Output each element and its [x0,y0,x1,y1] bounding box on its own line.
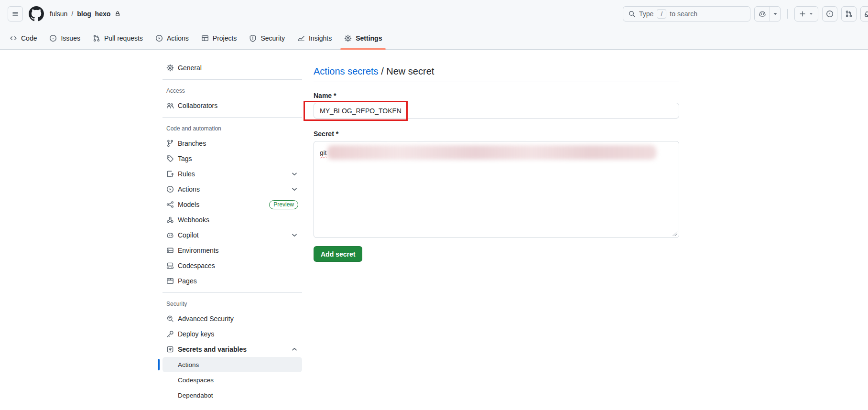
sidebar-item-label: Rules [178,170,195,178]
sidebar-item-tags[interactable]: Tags [163,151,302,166]
repo-tab-nav: Code Issues Pull requests Actions Projec… [0,27,868,50]
notifications-button[interactable] [860,6,868,22]
repo-owner-link[interactable]: fulsun [50,10,67,18]
sidebar-item-deploy-keys[interactable]: Deploy keys [163,326,302,342]
pull-request-icon [845,10,853,18]
sidebar-item-environments[interactable]: Environments [163,243,302,258]
sidebar-item-actions[interactable]: Actions [163,182,302,197]
pull-requests-dashboard-button[interactable] [841,6,857,22]
sidebar-item-webhooks[interactable]: Webhooks [163,212,302,227]
caret-down-icon [808,10,814,18]
tab-issues[interactable]: Issues [45,27,84,49]
projects-table-icon [201,34,209,42]
sidebar-item-label: Actions [178,361,199,368]
sidebar-section-title-security: Security [158,297,302,311]
copilot-button[interactable] [755,7,770,21]
required-asterisk: * [336,130,338,138]
heading-divider [314,82,679,82]
pull-request-icon [93,34,100,42]
copilot-icon [759,10,766,18]
search-icon [628,10,636,18]
sidebar-item-label: Webhooks [178,216,209,224]
issues-dashboard-button[interactable] [822,6,837,22]
sidebar-item-models[interactable]: Models Preview [163,197,302,212]
sidebar-item-collaborators[interactable]: Collaborators [163,98,302,113]
key-icon [166,330,174,338]
search-placeholder-prefix: Type [639,10,653,18]
secret-value-textarea[interactable]: git [314,141,679,238]
play-circle-icon [155,34,163,42]
gear-icon [166,64,174,72]
tab-code[interactable]: Code [6,27,41,49]
sidebar-divider [163,292,302,293]
sidebar-section-title-code-automation: Code and automation [158,121,302,136]
sidebar-item-branches[interactable]: Branches [163,136,302,151]
hamburger-menu-button[interactable] [8,6,23,22]
chevron-down-icon [291,231,298,239]
slash-key-hint: / [657,9,666,19]
sidebar-item-label: Models [178,201,199,208]
github-logo-icon[interactable] [29,6,44,22]
tab-insights[interactable]: Insights [293,27,336,49]
settings-layout: General Access Collaborators Code and au… [0,50,868,403]
sidebar-divider [163,79,302,80]
webhook-icon [166,216,174,224]
header-divider [787,9,788,19]
create-new-button[interactable] [794,6,818,22]
main-content: Actions secrets / New secret Name * Secr… [314,60,679,262]
search-input[interactable]: Type / to search [623,6,750,22]
sidebar-item-label: Collaborators [178,102,217,109]
tab-label: Settings [356,34,382,42]
secret-name-input[interactable] [314,103,679,119]
secrets-asterisk-icon [166,345,174,353]
chevron-up-icon [291,345,298,353]
tab-settings[interactable]: Settings [340,27,386,49]
rules-icon [166,170,174,178]
sidebar-item-label: Secrets and variables [178,345,247,353]
breadcrumb-separator: / [71,10,73,18]
sidebar-item-general[interactable]: General [163,60,302,76]
tab-security[interactable]: Security [245,27,289,49]
caret-down-icon [771,10,779,18]
secret-visible-text: git [320,149,326,156]
tab-label: Pull requests [104,34,143,42]
repo-name-link[interactable]: blog_hexo [77,10,110,18]
sidebar-subitem-codespaces-secrets[interactable]: Codespaces [163,372,302,388]
add-secret-button[interactable]: Add secret [314,246,362,262]
inbox-icon [864,10,868,18]
sidebar-subitem-dependabot-secrets[interactable]: Dependabot [163,388,302,403]
copilot-dropdown-button[interactable] [770,7,780,21]
sidebar-item-label: Codespaces [178,377,214,384]
advanced-security-icon [166,315,174,323]
sidebar-item-rules[interactable]: Rules [163,166,302,182]
secret-content-line: git [320,145,673,160]
name-label-text: Name [314,92,332,99]
graph-icon [297,34,305,42]
tab-projects[interactable]: Projects [197,27,241,49]
sidebar-item-label: Environments [178,247,219,254]
sidebar-item-label: Codespaces [178,262,215,270]
copilot-icon [166,231,174,239]
sidebar-item-copilot[interactable]: Copilot [163,227,302,243]
chevron-down-icon [291,185,298,193]
tab-actions[interactable]: Actions [152,27,193,49]
redacted-secret-blur [327,145,656,160]
sidebar-item-label: Tags [178,155,192,162]
shield-icon [249,34,257,42]
page-title: Actions secrets / New secret [314,60,679,77]
global-header: fulsun / blog_hexo Type / to search [0,0,868,27]
sidebar-subitem-actions-secrets[interactable]: Actions [163,357,302,372]
sidebar-item-codespaces[interactable]: Codespaces [163,258,302,273]
sidebar-item-advanced-security[interactable]: Advanced Security [163,311,302,326]
breadcrumb-current: New secret [386,66,434,76]
models-icon [166,201,174,208]
actions-secrets-breadcrumb-link[interactable]: Actions secrets [314,66,379,76]
issue-opened-icon [49,34,57,42]
sidebar-item-secrets-and-variables[interactable]: Secrets and variables [163,342,302,357]
issue-opened-icon [826,10,834,18]
gear-icon [344,34,352,42]
textarea-resize-handle[interactable] [673,231,677,236]
copilot-button-group [754,6,781,22]
tab-pull-requests[interactable]: Pull requests [89,27,147,49]
sidebar-item-pages[interactable]: Pages [163,273,302,289]
